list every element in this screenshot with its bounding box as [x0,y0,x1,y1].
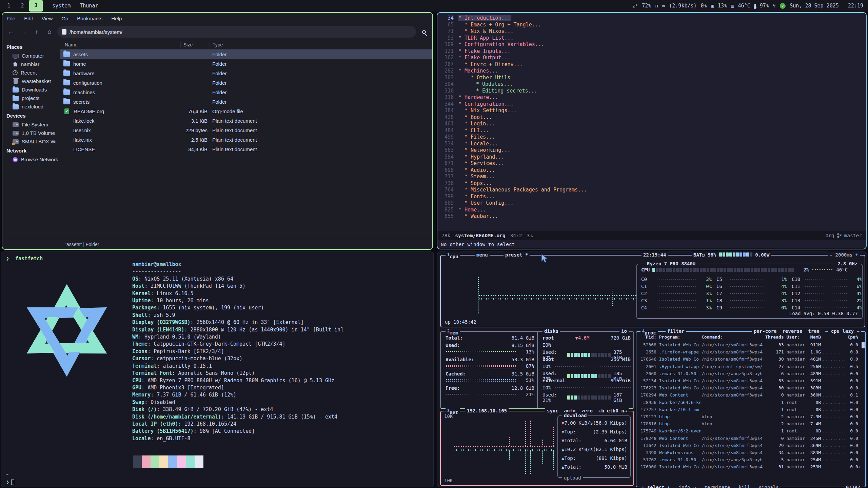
filter-button[interactable]: filter [666,328,686,334]
proc-col-header[interactable]: Program: [656,334,702,340]
proc-row[interactable]: 176646Isolated Web Co/nix/store/sm8fmrf3… [640,357,858,362]
proc-row[interactable]: 51762.emacs-31.0.50-/nix/store/wnqz5pa8r… [640,457,858,462]
sidebar-item-computer[interactable]: Computer [2,52,60,60]
btop-window[interactable]: 1cpumenupreset *22:19:44BAT○ 98% 0.00W- … [437,251,867,487]
proc-col-header[interactable]: Threads: [765,334,784,340]
org-heading-line[interactable]: 162* Flake Output... [437,55,865,61]
workspace-switcher[interactable]: 123 [2,0,43,12]
up-button[interactable]: ↑ [32,27,42,37]
sidebar-item-recent[interactable]: Recent [2,68,60,77]
file-row-configuration[interactable]: configurationFolder [60,78,432,87]
proc-col-header[interactable]: MemB [808,334,821,340]
org-heading-line[interactable]: 809* User Config... [437,200,865,207]
proc-row[interactable]: 178248Web Content/nix/store/sm8fmrf3wps4… [640,436,858,441]
org-heading-line[interactable]: 109* Configuration Variables... [437,41,865,48]
proc-row[interactable]: 13642Isolated Web Co/nix/store/sm8fmrf3w… [640,443,858,448]
proc-options[interactable]: per-core reverse tree ← cpu lazy → [752,328,861,334]
org-heading-line[interactable]: 93* TLDR App List... [437,35,865,42]
org-heading-line[interactable]: 282* Machines... [437,68,865,75]
proc-col-header[interactable]: Pid: [640,334,656,340]
sidebar-item-smallbox-wi-[interactable]: SMALLBOX Wi... [2,137,60,146]
menu-edit[interactable]: Edit [24,16,33,21]
proc-row[interactable]: 2658.firefox-wrappe/nix/store/sm8fmrf3wp… [640,349,858,354]
file-row-license[interactable]: LICENSE34,3 KiBPlain text document [60,144,432,154]
proc-row[interactable]: 175749kworker/6:2-even1root0B.........0.… [640,428,858,433]
org-heading-line[interactable]: 698* Audio... [437,167,865,174]
menu-view[interactable]: View [42,16,53,21]
org-heading-line[interactable]: 461* Login... [437,121,865,127]
sidebar-item-nambiar[interactable]: nambiar [2,60,60,68]
org-heading-line[interactable]: 584* Hyprland... [437,154,865,161]
column-name[interactable]: Name [60,42,180,47]
file-row-hardware[interactable]: hardwareFolder [60,68,432,78]
org-heading-line[interactable]: 736* Sops... [437,180,865,187]
org-heading-line[interactable]: 855* Waubar... [437,213,865,220]
org-heading-line[interactable]: 344* Configuration... [437,101,865,108]
file-row-machines[interactable]: machinesFolder [60,87,432,97]
path-bar[interactable]: /home/nambiar/system/ [57,26,416,38]
terminal-window[interactable]: ❯ fastfetch nambiar@smallbox------------… [1,251,434,487]
org-heading-line[interactable]: 71* Nix & Nixos... [437,28,865,35]
sidebar-item-nextcloud[interactable]: nextcloud [2,102,60,111]
org-heading-line[interactable]: 799* Fonts... [437,194,865,200]
sidebar-item-projects[interactable]: projects [2,94,60,102]
sidebar-item-browse-network[interactable]: Browse Network [2,155,60,164]
file-row-user.nix[interactable]: user.nix229 bytesPlain text document [60,125,432,135]
proc-row[interactable]: 38936kworker/u64:6-kc1root0B.........0.0 [640,400,858,405]
proc-row[interactable]: 179127btopbtop2nambiar7.3M.........0.0 [640,414,858,419]
sidebar-item-wastebasket[interactable]: Wastebasket [2,77,60,85]
column-size[interactable]: Size [180,42,210,47]
file-row-readme.org[interactable]: README.org76,4 KiBOrg-mode file [60,106,432,116]
proc-col-header[interactable] [821,334,847,340]
menu-button[interactable]: menu [475,251,490,258]
menu-go[interactable]: Go [61,16,68,21]
org-heading-line[interactable]: 384* Nix Settings... [437,107,865,114]
proc-row[interactable]: 176223Isolated Web Co/nix/store/sm8fmrf3… [640,385,858,390]
workspace-2[interactable]: 2 [16,0,29,12]
org-heading-line[interactable]: 671* Services... [437,160,865,167]
proc-row[interactable]: 177257kworker/10:1-mm_1root0B.........0.… [640,407,858,412]
proc-row[interactable]: 52134Isolated Web Co/nix/store/sm8fmrf3w… [640,378,858,383]
emacs-org-buffer[interactable]: 34* Introduction...65* Emacs + Org + Tan… [437,15,865,231]
proc-row[interactable]: 2660.emacs-31.0.50-/nix/store/wnqz5pa8ra… [640,371,858,376]
home-button[interactable]: ⌂ [44,27,55,37]
menu-bookmarks[interactable]: Bookmarks [77,16,102,21]
org-heading-line[interactable]: 825* Home... [437,207,865,214]
proc-row[interactable]: 178616btopbtop2nambiar7.4M.........0.0 [640,421,858,426]
org-heading-line[interactable]: 121* Flake Inputs... [437,48,865,55]
workspace-1[interactable]: 1 [2,0,16,12]
org-heading-line[interactable]: 484* CLI... [437,127,865,134]
proc-row[interactable]: 52368Isolated Web Co/nix/store/sm8fmrf3w… [640,342,858,347]
sidebar-item-file-system[interactable]: File System [2,120,60,129]
file-row-secrets[interactable]: secretsFolder [60,97,432,106]
org-heading-line[interactable]: 34* Introduction... [437,15,865,22]
menu-file[interactable]: File [7,16,15,21]
org-heading-line[interactable]: 304* Updates... [437,81,865,88]
search-button[interactable] [419,27,429,37]
file-row-flake.lock[interactable]: flake.lock3,1 KiBPlain text document [60,116,432,125]
file-row-flake.nix[interactable]: flake.nix2,5 KiBPlain text document [60,135,432,144]
proc-scrollbar-thumb[interactable] [862,342,865,348]
proc-row[interactable]: 2601.Hyprland-wrapp/run/current-system/s… [640,364,858,369]
org-heading-line[interactable]: 65* Emacs + Org + Tangle... [437,22,865,28]
org-heading-line[interactable]: 534* Locale... [437,141,865,147]
proc-col-header[interactable]: User: [784,334,808,340]
proc-row[interactable]: 3390WebExtensions/nix/store/sm8fmrf3wps4… [640,450,858,455]
column-type[interactable]: Type [210,42,432,47]
sidebar-item-downloads[interactable]: Downloads [2,85,60,94]
proc-footer-keys[interactable]: ↑ select ↓ info ↵ terminate kill signals [640,484,781,488]
org-heading-line[interactable]: 563* Networking... [437,147,865,154]
org-heading-line[interactable]: 764* Miscellaneous Packages and Programs… [437,187,865,194]
org-heading-line[interactable]: 717* Steam... [437,174,865,180]
proc-col-header[interactable]: Command: [702,334,765,340]
org-heading-line[interactable]: 428* Boot... [437,114,865,121]
forward-button[interactable]: → [19,27,29,37]
file-row-home[interactable]: homeFolder [60,59,432,68]
workspace-3[interactable]: 3 [29,0,43,12]
org-heading-line[interactable]: 316* Hardware... [437,94,865,101]
back-button[interactable]: ← [6,27,16,37]
list-header[interactable]: Name Size Type [60,40,432,49]
proc-row[interactable]: 178294Web Content/nix/store/sm8fmrf3wps4… [640,392,858,398]
update-interval[interactable]: - 2000ms + [828,251,860,258]
preset-button[interactable]: preset * [504,251,530,258]
